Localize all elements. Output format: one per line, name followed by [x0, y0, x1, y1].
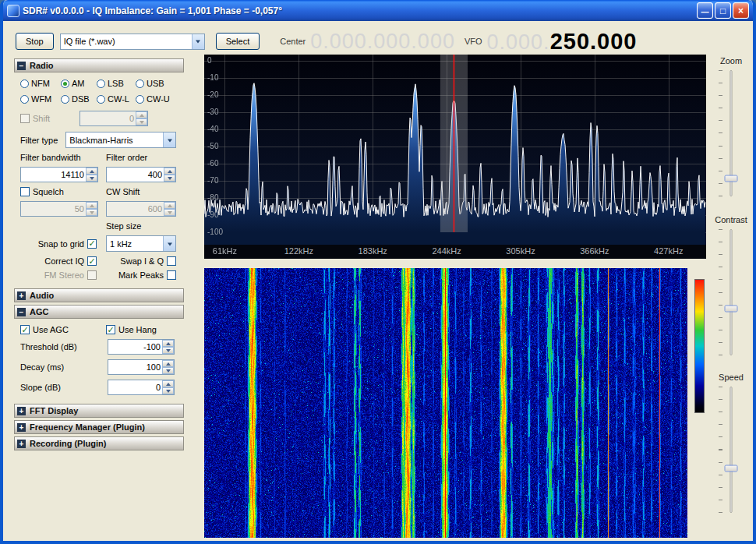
- close-button[interactable]: ×: [733, 2, 749, 19]
- spin-up-icon[interactable]: [164, 168, 175, 175]
- squelch-checkbox[interactable]: [20, 187, 30, 196]
- mode-radio-nfm[interactable]: NFM: [20, 79, 61, 88]
- zoom-slider-thumb[interactable]: [725, 175, 738, 182]
- stop-button[interactable]: Stop: [16, 33, 54, 50]
- chevron-down-icon[interactable]: [192, 34, 204, 49]
- shift-checkbox[interactable]: [20, 114, 30, 123]
- use-agc-toggle[interactable]: ✓ Use AGC: [20, 325, 103, 334]
- contrast-slider-thumb[interactable]: [725, 306, 738, 313]
- radio-button-icon: [136, 95, 144, 104]
- correct-iq-toggle[interactable]: Correct IQ ✓: [20, 256, 103, 266]
- threshold-input[interactable]: -100: [108, 339, 175, 355]
- decay-input[interactable]: 100: [108, 359, 175, 375]
- filter-order-input[interactable]: 400: [106, 167, 176, 182]
- use-agc-checkbox[interactable]: ✓: [20, 325, 30, 334]
- filter-type-select[interactable]: Blackman-Harris: [65, 132, 176, 148]
- mode-radio-lsb[interactable]: LSB: [97, 79, 136, 88]
- contrast-slider-group: Contrast: [708, 215, 754, 355]
- slope-value[interactable]: 0: [108, 380, 162, 394]
- panel-header-frequency-manager[interactable]: + Frequency Manager (Plugin): [14, 420, 184, 434]
- source-select[interactable]: IQ file (*.wav): [60, 34, 205, 50]
- squelch-inputs-row: 50 600: [14, 201, 184, 217]
- collapse-icon[interactable]: −: [17, 62, 26, 70]
- panel-header-recording[interactable]: + Recording (Plugin): [14, 436, 184, 450]
- mode-radio-wfm[interactable]: WFM: [20, 94, 61, 104]
- panel-header-audio[interactable]: + Audio: [14, 288, 184, 302]
- panel-header-agc[interactable]: − AGC: [14, 305, 184, 319]
- spin-down-icon[interactable]: [164, 175, 175, 182]
- correct-iq-checkbox[interactable]: ✓: [87, 256, 97, 266]
- vfo-frequency-display[interactable]: 0.000.250.000: [482, 29, 638, 55]
- panel-title-radio: Radio: [30, 61, 54, 70]
- spin-up-icon[interactable]: [162, 340, 174, 347]
- chevron-down-icon[interactable]: [163, 236, 175, 251]
- display-controls: Zoom Contrast Speed: [708, 55, 754, 538]
- use-hang-checkbox[interactable]: ✓: [106, 325, 115, 334]
- threshold-value[interactable]: -100: [108, 340, 162, 354]
- panel-title-fft-display: FFT Display: [30, 406, 78, 415]
- use-agc-label: Use AGC: [33, 325, 69, 334]
- panel-header-fft-display[interactable]: + FFT Display: [14, 404, 184, 418]
- slope-input[interactable]: 0: [108, 380, 175, 395]
- frequency-tick-label: 427kHz: [654, 246, 683, 256]
- panel-header-radio[interactable]: − Radio: [14, 58, 184, 72]
- filter-bandwidth-value[interactable]: 14110: [21, 168, 86, 182]
- mode-radio-dsb[interactable]: DSB: [61, 94, 97, 104]
- zoom-slider[interactable]: [708, 70, 754, 196]
- slider-ticks: [719, 70, 722, 196]
- minimize-button[interactable]: —: [697, 2, 713, 19]
- swap-iq-checkbox[interactable]: [167, 256, 176, 266]
- mode-radio-cw-u[interactable]: CW-U: [136, 94, 175, 104]
- expand-icon[interactable]: +: [17, 423, 26, 432]
- spin-down-icon[interactable]: [162, 367, 174, 374]
- spin-up-icon[interactable]: [86, 168, 97, 175]
- collapse-icon[interactable]: −: [17, 308, 26, 316]
- waterfall-display[interactable]: [204, 268, 687, 538]
- spin-up-icon[interactable]: [162, 360, 174, 367]
- mark-peaks-checkbox[interactable]: [167, 270, 176, 280]
- expand-icon[interactable]: +: [17, 407, 26, 415]
- window-title: SDR# v0.0.0.0 - IQ Imbalance: Gain = 1,0…: [23, 5, 697, 16]
- fm-stereo-row: FM Stereo Mark Peaks: [14, 270, 184, 280]
- contrast-slider[interactable]: [708, 229, 754, 355]
- expand-icon[interactable]: +: [17, 440, 26, 448]
- mark-peaks-toggle[interactable]: Mark Peaks: [106, 270, 182, 280]
- decay-value[interactable]: 100: [108, 360, 162, 374]
- cw-shift-label: CW Shift: [106, 187, 182, 196]
- frequency-tick-label: 366kHz: [580, 246, 609, 256]
- squelch-toggle[interactable]: Squelch: [20, 187, 103, 196]
- spectrum-panel: 0-10-20-30-40-50-60-70-80-90-100 61kHz12…: [204, 55, 706, 259]
- filter-type-value: Blackman-Harris: [66, 136, 163, 145]
- radio-button-icon: [136, 79, 144, 88]
- snap-to-grid-toggle[interactable]: Snap to grid ✓: [20, 239, 103, 249]
- fm-stereo-label: FM Stereo: [44, 270, 84, 280]
- filter-bandwidth-input[interactable]: 14110: [20, 167, 98, 182]
- frequency-tick-label: 61kHz: [213, 246, 237, 256]
- chevron-down-icon[interactable]: [163, 132, 175, 147]
- snap-to-grid-checkbox[interactable]: ✓: [87, 239, 97, 249]
- expand-icon[interactable]: +: [17, 291, 26, 300]
- filter-order-value[interactable]: 400: [107, 168, 164, 182]
- zoom-slider-group: Zoom: [708, 56, 754, 196]
- swap-iq-toggle[interactable]: Swap I & Q: [106, 256, 182, 266]
- center-frequency-display[interactable]: 0.000.000.000: [310, 30, 455, 54]
- use-hang-toggle[interactable]: ✓ Use Hang: [106, 325, 182, 334]
- speed-slider-thumb[interactable]: [725, 465, 738, 472]
- spin-down-icon[interactable]: [162, 347, 174, 354]
- spectrum-display[interactable]: [204, 55, 706, 245]
- spin-down-icon[interactable]: [162, 387, 174, 394]
- mode-radio-usb[interactable]: USB: [136, 79, 175, 88]
- step-size-select[interactable]: 1 kHz: [106, 235, 176, 252]
- maximize-button[interactable]: □: [715, 2, 731, 19]
- title-bar[interactable]: SDR# v0.0.0.0 - IQ Imbalance: Gain = 1,0…: [3, 0, 753, 21]
- select-button[interactable]: Select: [216, 33, 260, 50]
- mode-radio-am[interactable]: AM: [61, 79, 97, 88]
- spin-down-icon[interactable]: [86, 175, 97, 182]
- mark-peaks-label: Mark Peaks: [118, 270, 164, 280]
- mode-label: DSB: [72, 94, 90, 104]
- speed-slider[interactable]: [708, 387, 754, 513]
- spin-up-icon[interactable]: [162, 380, 174, 387]
- mode-radio-cw-l[interactable]: CW-L: [97, 94, 136, 104]
- decay-row: Decay (ms) 100: [14, 359, 184, 375]
- app-icon[interactable]: [7, 5, 19, 17]
